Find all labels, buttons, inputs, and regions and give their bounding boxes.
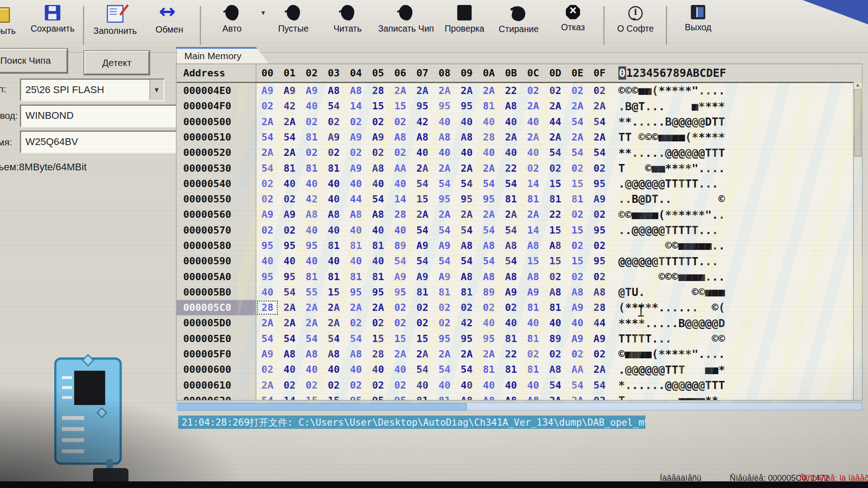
byte-cell[interactable]: 2A (456, 83, 478, 99)
byte-cell[interactable]: 28 (589, 300, 611, 315)
byte-cell[interactable]: A9 (256, 347, 278, 362)
byte-cell[interactable]: 02 (323, 377, 345, 393)
byte-cell[interactable]: 02 (389, 300, 411, 315)
byte-cell[interactable]: 2A (456, 207, 478, 222)
byte-cell[interactable]: 54 (278, 130, 301, 145)
byte-cell[interactable]: 28 (478, 130, 500, 145)
byte-cell[interactable]: A8 (478, 269, 500, 284)
byte-cell[interactable]: 40 (367, 362, 389, 377)
byte-cell[interactable]: 95 (301, 238, 323, 253)
row-ascii[interactable]: ©©■■■■■.. (618, 238, 743, 253)
byte-cell[interactable]: 95 (367, 393, 389, 400)
byte-cell[interactable]: A8 (411, 130, 434, 145)
toolbar-button-verify[interactable]: Проверка (437, 4, 491, 34)
byte-cell[interactable]: 54 (434, 253, 456, 269)
row-address[interactable]: 00000540 (177, 176, 256, 191)
byte-cell[interactable]: 15 (566, 253, 589, 269)
row-address[interactable]: 000005B0 (177, 284, 256, 300)
byte-cell[interactable]: A8 (478, 393, 500, 400)
byte-cell[interactable]: 40 (323, 362, 345, 377)
row-address[interactable]: 00000570 (177, 222, 256, 238)
byte-cell[interactable]: 28 (367, 83, 389, 99)
byte-cell[interactable]: 2A (544, 393, 566, 400)
byte-cell[interactable]: 02 (589, 269, 611, 284)
byte-cell[interactable]: 54 (589, 377, 611, 393)
byte-cell[interactable]: 54 (256, 331, 278, 346)
byte-cell[interactable]: 81 (434, 393, 456, 400)
byte-cell[interactable]: 02 (500, 300, 522, 315)
byte-cell[interactable]: 2A (434, 83, 456, 99)
byte-cell[interactable]: 02 (301, 114, 323, 129)
byte-cell[interactable]: 02 (566, 238, 589, 253)
byte-cell[interactable]: A9 (566, 300, 589, 315)
byte-cell[interactable]: A9 (301, 83, 323, 99)
byte-cell[interactable]: 95 (456, 192, 478, 207)
byte-cell[interactable]: 02 (345, 114, 367, 129)
byte-cell[interactable]: 81 (500, 192, 522, 207)
byte-cell[interactable]: 40 (522, 145, 544, 160)
byte-cell[interactable]: 2A (411, 160, 434, 176)
byte-cell[interactable]: A8 (278, 347, 301, 362)
byte-cell[interactable]: 81 (500, 362, 522, 377)
byte-cell[interactable]: 02 (544, 269, 566, 284)
byte-cell[interactable]: 81 (367, 269, 389, 284)
byte-cell[interactable]: 2A (301, 315, 323, 331)
byte-cell[interactable]: 2A (301, 300, 323, 315)
byte-cell[interactable]: 54 (345, 331, 367, 346)
byte-cell[interactable]: 02 (566, 269, 589, 284)
byte-cell[interactable]: 2A (434, 160, 456, 176)
byte-cell[interactable]: 40 (345, 176, 367, 191)
byte-cell[interactable]: 54 (566, 114, 589, 129)
byte-cell[interactable]: 2A (278, 114, 301, 129)
toolbar-button-exit[interactable]: Выход (671, 4, 725, 33)
row-address[interactable]: 000005C0 (177, 300, 256, 315)
byte-cell[interactable]: A8 (456, 238, 478, 253)
byte-cell[interactable]: 02 (256, 362, 278, 377)
byte-cell[interactable]: 89 (544, 331, 566, 346)
byte-cell[interactable]: 40 (367, 176, 389, 191)
byte-cell[interactable]: 02 (256, 222, 278, 238)
byte-cell[interactable]: A9 (345, 160, 367, 176)
byte-cell[interactable]: 42 (278, 99, 301, 114)
byte-cell[interactable]: 15 (566, 222, 589, 238)
byte-cell[interactable]: 2A (411, 347, 434, 362)
byte-cell[interactable]: 42 (301, 192, 323, 207)
byte-cell[interactable]: 55 (301, 284, 323, 300)
byte-cell[interactable]: 95 (278, 269, 301, 284)
byte-cell[interactable]: 2A (589, 99, 611, 114)
byte-cell[interactable]: 2A (522, 130, 544, 145)
byte-cell[interactable]: A8 (544, 238, 566, 253)
byte-cell[interactable]: 28 (256, 300, 278, 315)
byte-cell[interactable]: 95 (434, 331, 456, 346)
byte-cell[interactable]: 40 (256, 284, 278, 300)
byte-cell[interactable]: 95 (456, 331, 478, 346)
byte-cell[interactable]: 95 (478, 331, 500, 346)
byte-cell[interactable]: 14 (522, 222, 544, 238)
byte-cell[interactable]: 40 (434, 145, 456, 160)
byte-cell[interactable]: 02 (367, 377, 389, 393)
byte-cell[interactable]: 54 (323, 99, 345, 114)
byte-cell[interactable]: A9 (434, 238, 456, 253)
byte-cell[interactable]: 95 (434, 99, 456, 114)
byte-cell[interactable]: 95 (367, 284, 389, 300)
byte-cell[interactable]: 81 (278, 160, 301, 176)
row-address[interactable]: 000004E0 (177, 83, 256, 99)
byte-cell[interactable]: AA (389, 160, 411, 176)
byte-cell[interactable]: 54 (456, 253, 478, 269)
byte-cell[interactable]: 2A (411, 83, 434, 99)
byte-cell[interactable]: 02 (566, 347, 589, 362)
row-ascii[interactable]: T ©■■****".... (618, 160, 743, 176)
byte-cell[interactable]: A9 (278, 83, 301, 99)
byte-cell[interactable]: 02 (301, 377, 323, 393)
toolbar-button-erase[interactable]: Стирание (491, 4, 546, 35)
byte-cell[interactable]: 95 (345, 393, 367, 400)
byte-cell[interactable]: A8 (434, 130, 456, 145)
byte-cell[interactable]: 2A (589, 130, 611, 145)
byte-cell[interactable]: 40 (522, 114, 544, 129)
row-address[interactable]: 00000610 (177, 377, 256, 393)
byte-cell[interactable]: 40 (301, 176, 323, 191)
row-ascii[interactable]: ****.....B@@@@@D (618, 315, 743, 331)
horizontal-scrollbar-thumb[interactable] (178, 404, 467, 411)
byte-cell[interactable]: 95 (389, 284, 411, 300)
byte-cell[interactable]: 54 (456, 176, 478, 191)
